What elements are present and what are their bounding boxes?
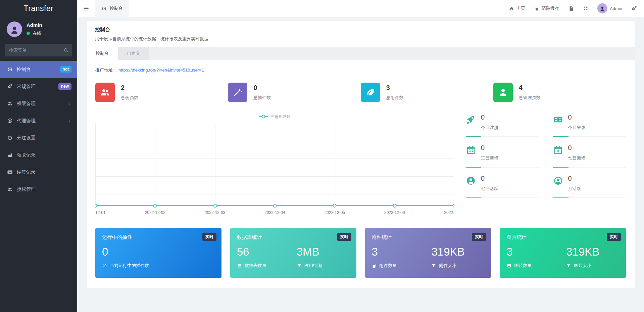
user-status: 在线 <box>27 30 42 36</box>
promo-link[interactable]: https://thekking.top/?l=en&invite=51&use… <box>118 68 204 73</box>
card-metric: 3附件数量 <box>372 246 432 269</box>
clear-cache-button[interactable]: 清除缓存 <box>534 5 559 11</box>
register-users-chart: 注册用户数 2022-12-012022-12-022022-12-032022… <box>95 114 454 216</box>
metric-value: 319KB <box>566 246 619 258</box>
x-tick-label: 2022-12-03 <box>205 210 225 215</box>
users-icon <box>95 83 115 102</box>
sidebar-item-claim[interactable]: 领取记录 <box>0 146 77 164</box>
expand-icon <box>583 6 588 11</box>
wand-icon <box>228 83 247 102</box>
sidebar-item-agent[interactable]: 代理管理 <box>0 112 77 129</box>
stat-label: 七日活跃 <box>481 186 498 192</box>
x-tick-label: 2022-12-06 <box>384 210 405 215</box>
summary-stats: 2总会员数0总插件数3总附件数4总管理员数 <box>95 83 626 102</box>
users-icon <box>100 87 110 98</box>
sidebar: Transfer Admin 在线 控制台hot常规管理new权限管理代理管理分… <box>0 0 77 312</box>
metric-label: 占用空间 <box>304 263 322 269</box>
topbar-actions: 主页 清除缓存 Admin <box>509 3 644 13</box>
menu-search <box>5 44 72 56</box>
page-subtitle: 用于展示当前系统中的统计数据、统计报表及重要实时数据 <box>95 36 626 42</box>
chevron-left-icon <box>67 119 71 123</box>
stat-value: 0 <box>568 175 581 182</box>
stat-label: 七日新增 <box>568 155 586 161</box>
fullscreen-button[interactable] <box>583 6 588 11</box>
stat-value: 0 <box>481 175 498 182</box>
panel-heading: 控制台 用于展示当前系统中的统计数据、统计报表及重要实时数据 <box>87 21 635 47</box>
filter-icon <box>297 263 302 268</box>
gauge-icon <box>101 6 107 11</box>
quick-stats: 0今日注册0今日登录0三日新增0七日新增0七日活跃0月活跃 <box>466 114 626 216</box>
stat-label: 月活跃 <box>568 186 581 192</box>
metric-value: 3 <box>506 246 566 258</box>
user-circle-solid-icon <box>466 176 476 186</box>
summary-stat-总会员数: 2总会员数 <box>95 83 228 102</box>
card-附件统计: 附件统计实时3附件数量319KB附件大小 <box>365 228 491 278</box>
calendar-plus-icon <box>553 145 563 155</box>
panel-body: 推广地址：https://thekking.top/?l=en&invite=5… <box>87 60 635 288</box>
app-logo: Transfer <box>0 0 77 17</box>
app-root: Transfer Admin 在线 控制台hot常规管理new权限管理代理管理分… <box>0 0 644 312</box>
home-button[interactable]: 主页 <box>509 5 525 11</box>
realtime-badge: 实时 <box>337 233 351 241</box>
topbar-tab-console[interactable]: 控制台 <box>95 0 129 17</box>
online-dot-icon <box>27 32 30 35</box>
realtime-cards: 运行中的插件实时0当前运行中的插件数数据库统计实时56数据表数量3MB占用空间附… <box>95 228 626 278</box>
tab-console[interactable]: 控制台 <box>87 47 118 60</box>
x-tick-label: 2022-12-02 <box>145 210 165 215</box>
content: 控制台 用于展示当前系统中的统计数据、统计报表及重要实时数据 控制台 自定义 推… <box>77 17 644 312</box>
card-运行中的插件: 运行中的插件实时0当前运行中的插件数 <box>95 228 221 278</box>
quick-stat-三日新增: 0三日新增 <box>466 144 539 168</box>
sidebar-item-license[interactable]: 授权管理 <box>0 181 77 198</box>
chart-legend[interactable]: 注册用户数 <box>95 114 454 120</box>
data-point <box>153 204 157 208</box>
clear-cache-label: 清除缓存 <box>542 5 559 11</box>
stat-value: 0 <box>481 114 498 121</box>
sidebar-item-label: 分红设置 <box>17 135 36 141</box>
sidebar-item-label: 代理管理 <box>17 118 36 124</box>
users-icon <box>7 101 13 106</box>
metric-label: 数据表数量 <box>245 263 266 269</box>
card-metric: 56数据表数量 <box>237 246 297 269</box>
sidebar-item-console[interactable]: 控制台hot <box>0 61 77 78</box>
sidebar-item-settle[interactable]: 结算记录 <box>0 164 77 181</box>
metric-label: 附件大小 <box>439 263 456 269</box>
search-icon[interactable] <box>63 48 68 53</box>
card-数据库统计: 数据库统计实时56数据表数量3MB占用空间 <box>230 228 356 278</box>
sidebar-menu: 控制台hot常规管理new权限管理代理管理分红设置领取记录结算记录授权管理 <box>0 61 77 312</box>
data-point <box>453 204 455 208</box>
sidebar-item-label: 权限管理 <box>17 101 36 107</box>
sidebar-item-auth[interactable]: 权限管理 <box>0 95 77 112</box>
metric-label: 图片大小 <box>574 263 591 269</box>
realtime-badge: 实时 <box>607 233 621 241</box>
card-title: 附件统计 <box>372 234 485 240</box>
avatar[interactable] <box>7 21 22 37</box>
hamburger-icon[interactable] <box>77 5 95 12</box>
home-icon <box>509 6 514 11</box>
users-icon <box>7 186 13 192</box>
profile-button[interactable]: Admin <box>597 3 622 13</box>
search-input[interactable] <box>5 44 72 56</box>
legend-line-icon <box>259 116 268 117</box>
tab-custom[interactable]: 自定义 <box>118 47 149 60</box>
quick-stat-七日活跃: 0七日活跃 <box>466 175 539 198</box>
summary-stat-总管理员数: 4总管理员数 <box>493 83 626 102</box>
stat-label: 总插件数 <box>253 95 271 101</box>
sidebar-item-label: 领取记录 <box>17 152 36 158</box>
sidebar-item-dividend[interactable]: 分红设置 <box>0 129 77 146</box>
x-tick-label: 2022-12-01 <box>95 210 106 215</box>
filter-icon <box>566 263 571 268</box>
language-button[interactable] <box>568 6 574 11</box>
user-status-label: 在线 <box>33 30 41 36</box>
sidebar-item-label: 授权管理 <box>17 186 36 192</box>
calendar-icon <box>466 145 476 155</box>
wand-icon <box>102 263 107 268</box>
sidebar-item-general[interactable]: 常规管理new <box>0 78 77 95</box>
settings-button[interactable] <box>631 6 637 11</box>
industry-icon <box>7 152 13 158</box>
realtime-badge: 实时 <box>202 233 216 241</box>
stat-label: 今日登录 <box>568 125 586 131</box>
card-metric: 3图片数量 <box>506 246 566 269</box>
chart-x-axis: 2022-12-012022-12-022022-12-032022-12-04… <box>95 210 454 216</box>
filter-icon <box>431 263 436 268</box>
metric-label: 图片数量 <box>514 263 532 269</box>
